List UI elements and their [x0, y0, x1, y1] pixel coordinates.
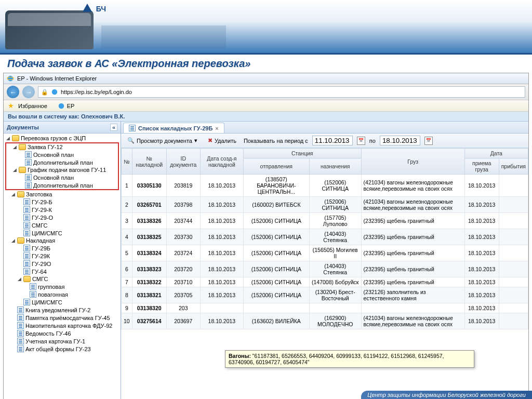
sidebar-header: Документы « [4, 122, 121, 134]
tree-label: Накопительная карточка ФДУ-92 [25, 323, 113, 329]
tab-close-icon[interactable]: × [215, 125, 218, 131]
tree-doc[interactable]: ГУ-64 [5, 268, 119, 275]
tooltip-value: "61187381, 65266553, 64409204, 60999133,… [229, 353, 444, 365]
table-row[interactable]: 80313832120370518.10.2013(152006) СИТНИЦ… [122, 287, 528, 303]
table-row[interactable]: 20326570120379818.10.2013(160002) ВИТЕБС… [122, 197, 528, 213]
tree-label: ГУ-29-К [32, 207, 52, 213]
tab-waybill-list[interactable]: Список накладных ГУ-29Б × [123, 123, 224, 133]
main-panel: Список накладных ГУ-29Б × 🔍 Просмотр док… [121, 122, 528, 399]
tree-doc[interactable]: ЦИМ/СМГС [5, 298, 119, 306]
doc-icon [23, 252, 30, 259]
col-station-arr[interactable]: назначения [309, 158, 361, 175]
tree-folder[interactable]: ◢График подачи вагонов ГУ-11 [6, 166, 118, 174]
table-row[interactable]: 60313832320372018.10.2013(152006) СИТНИЦ… [122, 261, 528, 277]
doc-icon [23, 198, 30, 205]
cell-n: 9 [122, 303, 132, 313]
col-station-group[interactable]: Станция [243, 149, 361, 158]
calendar-from-icon[interactable]: 📅 [357, 137, 365, 145]
address-bar[interactable]: 🔒 https://ep.isc.by/ep/Login.do [38, 86, 525, 98]
cell-cd: 18.10.2013 [200, 313, 243, 329]
search-icon: 🔍 [127, 137, 135, 144]
cell-dep: (152006) СИТНИЦА [243, 229, 309, 245]
cell-darr [499, 197, 528, 213]
col-create-date[interactable]: Дата созд-я накладной [200, 149, 243, 175]
table-row[interactable]: 90313832020318.10.2013 [122, 303, 528, 313]
table-row[interactable]: 10330513020381918.10.2013(138507) БАРАНО… [122, 175, 528, 197]
table-row[interactable]: 30313832620374418.10.2013(152006) СИТНИЦ… [122, 213, 528, 229]
tree-folder[interactable]: ◢СМГС [5, 275, 119, 283]
cell-darr [499, 313, 528, 329]
sidebar-collapse-button[interactable]: « [110, 124, 117, 131]
col-waybill-no[interactable]: № накладной [132, 149, 166, 175]
cell-arr: (152006) СИТНИЦА [309, 197, 361, 213]
tree-doc[interactable]: ГУ-29К [5, 252, 119, 260]
calendar-to-icon[interactable]: 📅 [424, 137, 433, 145]
col-num[interactable]: № [122, 149, 132, 175]
date-from-input[interactable] [312, 136, 353, 145]
tree-doc[interactable]: ГУ-29Б [5, 244, 119, 252]
cell-cd: 18.10.2013 [200, 197, 243, 213]
cell-darr [499, 229, 528, 245]
date-to-input[interactable] [380, 136, 420, 145]
ie-icon [7, 75, 14, 82]
col-date-cargo[interactable]: приема груза [464, 158, 499, 175]
tree-toggle-icon[interactable]: ◢ [17, 276, 22, 282]
col-date-arr[interactable]: прибытия [499, 158, 528, 175]
tree-doc[interactable]: Ведомость ГУ-46 [5, 329, 119, 337]
tree-doc[interactable]: ГУ-29-Б [5, 198, 119, 206]
tree-doc[interactable]: Основной план [6, 174, 118, 181]
tree-label: Основной план [33, 175, 74, 181]
col-date-group[interactable]: Дата [464, 149, 528, 158]
col-station-dep[interactable]: отправления [243, 158, 309, 175]
tree-doc[interactable]: СМГС [5, 221, 119, 229]
browser-navbar: ← → 🔒 https://ep.isc.by/ep/Login.do [4, 84, 528, 100]
col-cargo[interactable]: Груз [361, 149, 464, 175]
tree-folder[interactable]: ◢Заготовка [5, 191, 119, 198]
view-document-button[interactable]: 🔍 Просмотр документа ▾ [124, 136, 201, 145]
tree-toggle-icon[interactable]: ◢ [6, 136, 10, 141]
table-row[interactable]: 70313832220371018.10.2013(152006) СИТНИЦ… [122, 277, 528, 287]
tree-doc[interactable]: Книга уведомлений ГУ-2 [5, 306, 119, 314]
browser-tab[interactable]: EP [58, 102, 75, 110]
wagon-tooltip: Вагоны: "61187381, 65266553, 64409204, 6… [225, 350, 474, 368]
tree-doc[interactable]: Основной план [6, 151, 118, 158]
tree-doc[interactable]: Дополнительный план [6, 158, 118, 166]
table-row[interactable]: 40313832520373018.10.2013(152006) СИТНИЦ… [122, 229, 528, 245]
tree-doc[interactable]: ГУ-29-О [5, 214, 119, 221]
table-row[interactable]: 100327561420369718.10.2013(163602) ВИЛЕЙ… [122, 313, 528, 329]
tree-toggle-icon[interactable]: ◢ [11, 238, 16, 243]
tree-doc[interactable]: Накопительная карточка ФДУ-92 [5, 322, 119, 329]
tree-doc[interactable]: ЦИМ/СМГС [5, 229, 119, 237]
tree-label: Дополнительный план [33, 182, 93, 189]
cell-arr: (157705) Луполово [309, 213, 361, 229]
tree-doc[interactable]: Акт общей формы ГУ-23 [5, 345, 119, 353]
table-row[interactable]: 50313832420372418.10.2013(152006) СИТНИЦ… [122, 245, 528, 261]
tree-doc[interactable]: групповая [5, 283, 119, 290]
tab-title: Список накладных ГУ-29Б [138, 125, 212, 131]
tree-folder[interactable]: ◢Перевозка грузов с ЭЦП [5, 135, 119, 142]
tree-folder[interactable]: ◢Заявка ГУ-12 [6, 143, 118, 151]
tree-toggle-icon[interactable]: ◢ [12, 144, 17, 150]
tree-doc[interactable]: ГУ-29-К [5, 206, 119, 214]
tree-label: Перевозка грузов с ЭЦП [21, 135, 86, 141]
cell-wb: 03138324 [132, 245, 166, 261]
browser-titlebar: EP - Windows Internet Explorer [4, 73, 528, 84]
sidebar-title: Документы [7, 124, 39, 130]
folder-icon [19, 144, 26, 150]
cell-arr: (130204) Брест-Восточный [309, 287, 361, 303]
doc-icon [17, 307, 24, 313]
tree-doc[interactable]: ГУ-29О [5, 260, 119, 268]
tree-toggle-icon[interactable]: ◢ [11, 192, 16, 197]
tree-doc[interactable]: повагонная [5, 290, 119, 298]
tree-doc[interactable]: Памятка приёмосдатчика ГУ-45 [5, 314, 119, 322]
tree-doc[interactable]: Дополнительный план [6, 181, 118, 189]
favorites-label[interactable]: Избранное [18, 103, 47, 109]
forward-button[interactable]: → [22, 86, 35, 98]
delete-button[interactable]: ✖ Удалить [205, 136, 240, 145]
tree-toggle-icon[interactable]: ◢ [12, 167, 17, 172]
back-button[interactable]: ← [7, 86, 19, 98]
tree-doc[interactable]: Учетная карточка ГУ-1 [5, 337, 119, 345]
col-doc-id[interactable]: ID документа [166, 149, 200, 175]
doc-icon [23, 245, 30, 251]
tree-folder[interactable]: ◢Накладная [5, 237, 119, 244]
